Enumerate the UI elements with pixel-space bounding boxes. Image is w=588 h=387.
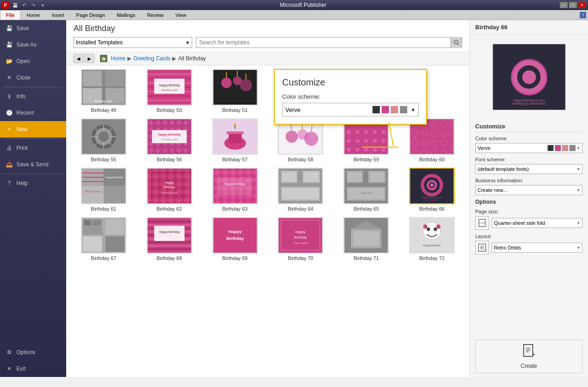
- ribbon-tabs: File Home Insert Page Design Mailings Re…: [0, 10, 588, 20]
- template-item-49[interactable]: Birthday wish Birthday 49: [74, 69, 134, 113]
- template-item-51[interactable]: Birthday 51: [205, 69, 265, 113]
- rp-font-scheme-dropdown[interactable]: (default template fonts) ▼: [475, 164, 583, 174]
- template-source-dropdown[interactable]: Installed Templates ▼: [74, 37, 192, 48]
- template-thumb-70[interactable]: HappyBirthdayPage inside: [278, 217, 323, 254]
- breadcrumb-greeting-cards[interactable]: Greeting Cards: [133, 55, 170, 62]
- new-icon: +: [5, 126, 13, 133]
- template-thumb-55[interactable]: [81, 118, 126, 155]
- template-item-56[interactable]: Happy BirthdayGreeting card Birthday 56: [139, 118, 200, 162]
- template-thumb-51[interactable]: [212, 69, 258, 106]
- rp-page-size-icon: [475, 216, 489, 230]
- sidebar-item-close[interactable]: ✕ Close: [0, 69, 66, 86]
- dropdown-arrow-icon: ▼: [185, 40, 190, 45]
- create-button[interactable]: Create: [475, 339, 583, 373]
- search-input[interactable]: [196, 37, 451, 48]
- template-item-71[interactable]: Birthday 71: [336, 217, 396, 261]
- help-icon[interactable]: ?: [580, 12, 586, 18]
- rp-customize-title: Customize: [475, 123, 583, 132]
- template-thumb-68[interactable]: Happy Birthday: [147, 217, 192, 254]
- tab-review[interactable]: Review: [141, 10, 169, 20]
- template-item-64[interactable]: Birthday 64: [270, 168, 331, 212]
- template-item-60[interactable]: Birthday 60: [402, 118, 462, 162]
- template-item-65[interactable]: Page two Birthday 65: [336, 168, 396, 212]
- template-thumb-64[interactable]: [278, 168, 323, 204]
- template-thumb-56[interactable]: Happy BirthdayGreeting card: [147, 118, 192, 155]
- tab-page-design[interactable]: Page Design: [70, 10, 111, 20]
- sidebar-item-save-send[interactable]: 📤 Save & Send: [0, 156, 66, 173]
- template-thumb-62[interactable]: HappyBirthdayGreeting card: [147, 168, 192, 204]
- tab-mailings[interactable]: Mailings: [111, 10, 141, 20]
- home-icon[interactable]: 🏠: [100, 55, 107, 62]
- content-area: All Birthday Installed Templates ▼ ◀ ▶: [66, 20, 469, 377]
- template-item-66[interactable]: Happy Birthday to youGreeting card Birth…: [402, 168, 462, 212]
- template-item-57[interactable]: Birthday 57: [205, 118, 265, 162]
- template-thumb-69[interactable]: HappyBirthday: [212, 217, 258, 254]
- template-item-68[interactable]: Happy Birthday Birthday 68: [139, 217, 200, 261]
- svg-rect-121: [92, 220, 101, 225]
- template-thumb-65[interactable]: Page two: [343, 168, 389, 204]
- rp-page-size-dropdown[interactable]: Quarter-sheet side fold ▼: [492, 218, 583, 228]
- template-thumb-49[interactable]: Birthday wish: [81, 69, 126, 106]
- breadcrumb-forward-btn[interactable]: ▶: [84, 54, 94, 63]
- tab-view[interactable]: View: [169, 10, 192, 20]
- window-controls: ─ □ ✕: [560, 2, 586, 8]
- template-grid-container[interactable]: Birthday wish Birthday 49 Happy Birthday…: [66, 65, 469, 377]
- template-item-50[interactable]: Happy BirthdayGreeting card Birthday 50: [139, 69, 200, 113]
- rp-layout-row: Retro Orbits ▼: [475, 241, 583, 254]
- sidebar-item-new[interactable]: + New: [0, 121, 66, 138]
- template-thumb-66[interactable]: Happy Birthday to youGreeting card: [409, 168, 455, 204]
- template-item-70[interactable]: HappyBirthdayPage inside Birthday 70: [270, 217, 331, 261]
- template-item-59[interactable]: Birthday 59: [336, 118, 396, 162]
- template-item-69[interactable]: HappyBirthday Birthday 69: [205, 217, 265, 261]
- template-item-61[interactable]: Happy BirthdayParty Birthday Birthday 61: [74, 168, 134, 212]
- breadcrumb-home[interactable]: Home: [111, 55, 126, 62]
- template-item-63[interactable]: Happy Birthday Birthday 63: [205, 168, 265, 212]
- tab-home[interactable]: Home: [21, 10, 46, 20]
- sidebar-item-save-as[interactable]: 💾 Save As: [0, 37, 66, 53]
- rp-swatch-3: [562, 145, 568, 151]
- svg-rect-73: [82, 186, 104, 203]
- template-thumb-67[interactable]: [81, 217, 126, 254]
- template-thumb-63[interactable]: Happy Birthday: [212, 168, 258, 204]
- rp-color-scheme-dropdown[interactable]: Verve ▼: [475, 143, 583, 153]
- rp-layout-dropdown[interactable]: Retro Orbits ▼: [492, 243, 583, 253]
- sidebar-item-print[interactable]: 🖨 Print: [0, 140, 66, 156]
- rp-business-info-dropdown[interactable]: Create new... ▼: [475, 185, 583, 195]
- template-label-60: Birthday 60: [419, 157, 445, 162]
- template-item-72[interactable]: Happy Birthday Birthday 72: [402, 217, 462, 261]
- template-thumb-72[interactable]: Happy Birthday: [409, 217, 455, 254]
- template-item-58[interactable]: Birthday 58: [270, 118, 331, 162]
- template-item-67[interactable]: Birthday 67: [74, 217, 134, 261]
- svg-point-58: [304, 132, 318, 146]
- sidebar-item-info[interactable]: ℹ Info: [0, 88, 66, 105]
- template-item-55[interactable]: Birthday 55: [74, 118, 134, 162]
- preview-title: Birthday 66: [470, 20, 588, 35]
- qa-undo[interactable]: ↶: [20, 1, 28, 9]
- template-item-62[interactable]: HappyBirthdayGreeting card Birthday 62: [139, 168, 200, 212]
- tab-file[interactable]: File: [0, 10, 21, 20]
- sidebar-item-recent[interactable]: 🕐 Recent: [0, 105, 66, 121]
- sidebar-item-help[interactable]: ? Help: [0, 175, 66, 191]
- sidebar-divider-3: [4, 174, 63, 174]
- popup-color-scheme-dropdown[interactable]: Verve ▼: [282, 103, 419, 117]
- template-thumb-57[interactable]: [212, 118, 258, 155]
- qa-save[interactable]: 💾: [11, 1, 19, 9]
- qa-redo[interactable]: ↷: [29, 1, 37, 9]
- close-btn[interactable]: ✕: [578, 2, 586, 8]
- exit-icon: ✕: [5, 365, 13, 372]
- minimize-btn[interactable]: ─: [560, 2, 568, 8]
- qa-more[interactable]: ▾: [38, 1, 47, 9]
- template-thumb-71[interactable]: [343, 217, 389, 254]
- sidebar-item-save[interactable]: 💾 Save: [0, 20, 66, 37]
- sidebar-item-options[interactable]: ⚙ Options: [0, 344, 66, 360]
- template-thumb-61[interactable]: Happy BirthdayParty Birthday: [81, 168, 126, 204]
- rp-color-scheme-label: Color scheme:: [475, 136, 583, 141]
- sidebar-item-open[interactable]: 📂 Open: [0, 53, 66, 69]
- template-thumb-50[interactable]: Happy BirthdayGreeting card: [147, 69, 192, 106]
- tab-insert[interactable]: Insert: [46, 10, 70, 20]
- sidebar-item-exit[interactable]: ✕ Exit: [0, 360, 66, 377]
- maximize-btn[interactable]: □: [569, 2, 577, 8]
- sidebar-divider-1: [4, 87, 63, 87]
- search-button[interactable]: [451, 37, 462, 48]
- breadcrumb-back-btn[interactable]: ◀: [74, 54, 84, 63]
